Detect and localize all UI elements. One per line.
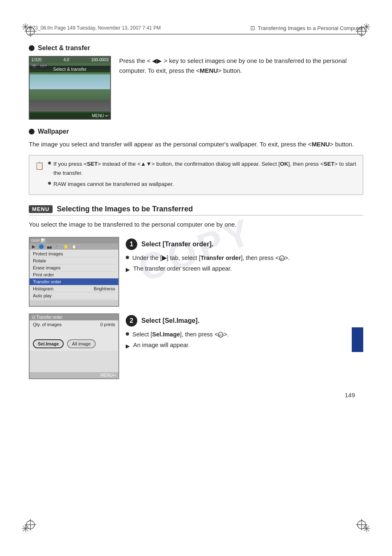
- wallpaper-title: Wallpaper: [38, 128, 69, 135]
- menu-section-header: MENU Selecting the Images to be Transfer…: [29, 205, 363, 215]
- bullet-dot-s2-1: [126, 332, 129, 336]
- crosshair-br: [356, 519, 367, 531]
- info-text-2: RAW images cannot be transferred as wall…: [53, 180, 174, 189]
- transfer-icon: ⊡: [250, 25, 255, 31]
- bullet-icon: [29, 45, 35, 51]
- menu2-arrow: ⊡: [32, 315, 35, 320]
- step-2-bullet-2: ▶ An image will appear.: [126, 341, 363, 351]
- info-bullets: If you press <SET> instead of the <▲▼> b…: [48, 160, 357, 190]
- step-1-bullet-1: Under the [▶] tab, select [Transfer orde…: [126, 253, 363, 263]
- sky: [30, 74, 110, 89]
- tab-4: 🔧: [54, 244, 61, 249]
- camera-menu-label: MENU ↩: [92, 114, 108, 118]
- crosshair-bl: [25, 519, 36, 531]
- menu-item-rotate: Rotate: [33, 257, 115, 264]
- wallpaper-desc: The image you select and transfer will a…: [29, 139, 363, 149]
- step-number-2: 2: [126, 315, 137, 327]
- menu-item-erase: Erase images: [33, 264, 115, 271]
- camera-overlay-label: Select & transfer: [30, 66, 110, 72]
- tab-6: 📋: [71, 244, 77, 249]
- tab-3: 📷: [46, 244, 53, 249]
- select-transfer-title: Select & transfer: [38, 44, 90, 52]
- header-file: H73_08.fm Page 149 Tuesday, November 13,…: [29, 25, 161, 31]
- step-1-screen: DISP 📊 ▶ 🔵 📷 🔧 ⭐ 📋 Protect images Rotate…: [29, 237, 119, 307]
- step-1-header: 1 Select [Transfer order].: [126, 239, 363, 250]
- step-2-content: 2 Select [Sel.Image]. Select [Sel.Image]…: [126, 313, 363, 352]
- step-2-row: ⊡ Transfer order Qty. of images 0 prints…: [29, 313, 363, 379]
- info-box: 📋 If you press <SET> instead of the <▲▼>…: [29, 155, 363, 195]
- camera-bottom-bar: MENU ↩: [30, 113, 110, 119]
- step-1-text-2: The transfer order screen will appear.: [133, 264, 232, 273]
- svg-text:SET: SET: [218, 334, 224, 336]
- menu-items-list: Protect images Rotate Erase images Print…: [30, 250, 118, 300]
- menu2-row: Qty. of images 0 prints: [30, 320, 118, 329]
- menu2-top: ⊡ Transfer order: [30, 314, 118, 320]
- info-text-1: If you press <SET> instead of the <▲▼> b…: [53, 160, 357, 178]
- info-bullet-2: RAW images cannot be transferred as wall…: [48, 180, 357, 189]
- bullet-icon-2: [29, 129, 35, 134]
- wallpaper-section: Wallpaper The image you select and trans…: [29, 128, 363, 149]
- menu2-buttons: Sel.Image All image: [30, 337, 118, 351]
- menu-badge: MENU: [29, 205, 53, 213]
- step-2-title: Select [Sel.Image].: [141, 317, 199, 324]
- qty-label: Qty. of images: [33, 322, 62, 327]
- histogram-value: Brightness: [94, 286, 115, 291]
- camera-file-num: 100-0003: [91, 58, 108, 62]
- select-transfer-desc: Press the < ◀▶ > key to select images on…: [119, 56, 363, 120]
- tab-2: 🔵: [38, 244, 44, 249]
- camera-ev: 4.0: [63, 58, 69, 62]
- hills: [30, 89, 110, 100]
- step-number-1: 1: [126, 239, 137, 250]
- arrow-icon-s1: ▶: [126, 266, 130, 274]
- road: [30, 100, 110, 111]
- svg-text:SET: SET: [279, 257, 285, 260]
- step-1-title: Select [Transfer order].: [141, 241, 213, 248]
- menu-item-transfer: Transfer order: [30, 278, 118, 285]
- menu-item-protect: Protect images: [33, 250, 115, 257]
- info-bullet-1: If you press <SET> instead of the <▲▼> b…: [48, 160, 357, 178]
- steps-container: DISP 📊 ▶ 🔵 📷 🔧 ⭐ 📋 Protect images Rotate…: [29, 237, 363, 379]
- step-1-bullets: Under the [▶] tab, select [Transfer orde…: [126, 253, 363, 274]
- page-header: H73_08.fm Page 149 Tuesday, November 13,…: [29, 25, 363, 35]
- tab-5: ⭐: [62, 244, 69, 249]
- menu-item-autoplay: Auto play: [33, 292, 115, 299]
- select-transfer-heading: Select & transfer: [29, 44, 363, 52]
- camera-top-bar: 1/320 4.0 100-0003: [30, 57, 110, 63]
- sel-image-btn[interactable]: Sel.Image: [33, 339, 64, 348]
- step-2-header: 2 Select [Sel.Image].: [126, 315, 363, 327]
- bullet-dot-2: [48, 182, 51, 185]
- landscape-image: [30, 74, 110, 111]
- disp-badge: DISP 📊: [31, 239, 45, 243]
- menu-screen-mockup-2: ⊡ Transfer order Qty. of images 0 prints…: [29, 313, 119, 379]
- arrow-icon-s2: ▶: [126, 342, 130, 351]
- menu-item-histogram: Histogram Brightness: [33, 285, 115, 292]
- bullet-dot-1: [48, 162, 51, 164]
- qty-value: 0 prints: [100, 322, 115, 327]
- step-2-bullets: Select [Sel.Image], then press <SET>. ▶ …: [126, 330, 363, 351]
- step-2-bullet-1: Select [Sel.Image], then press <SET>.: [126, 330, 363, 339]
- wallpaper-heading: Wallpaper: [29, 128, 363, 135]
- step-2-text-2: An image will appear.: [133, 341, 190, 350]
- step-1-row: DISP 📊 ▶ 🔵 📷 🔧 ⭐ 📋 Protect images Rotate…: [29, 237, 363, 307]
- info-icon: 📋: [35, 160, 44, 190]
- step-2-text-1: Select [Sel.Image], then press <SET>.: [132, 330, 229, 339]
- step-1-text-1: Under the [▶] tab, select [Transfer orde…: [132, 253, 290, 263]
- menu-screen-top: DISP 📊: [30, 238, 118, 243]
- menu-tabs: ▶ 🔵 📷 🔧 ⭐ 📋: [30, 243, 118, 250]
- camera-frame-count: 1/320: [31, 58, 42, 62]
- step-2-screen: ⊡ Transfer order Qty. of images 0 prints…: [29, 313, 119, 379]
- histogram-label: Histogram: [33, 286, 53, 291]
- all-image-btn[interactable]: All image: [67, 339, 95, 348]
- select-transfer-section: 1/320 4.0 100-0003 ⊡ SET Select & transf…: [29, 56, 363, 120]
- step-1-bullet-2: ▶ The transfer order screen will appear.: [126, 264, 363, 274]
- menu-item-print: Print order: [33, 271, 115, 278]
- menu2-spacer: [30, 329, 118, 337]
- menu-section-title: Selecting the Images to be Transferred: [57, 205, 193, 213]
- camera-screen: 1/320 4.0 100-0003 ⊡ SET Select & transf…: [29, 56, 111, 120]
- menu2-title: Transfer order: [37, 315, 62, 320]
- menu-section-desc: You select the image to be transferred t…: [29, 220, 363, 229]
- menu2-bottom-bar: MENU ↩: [30, 372, 118, 378]
- tab-1: ▶: [31, 244, 36, 249]
- step-1-content: 1 Select [Transfer order]. Under the [▶]…: [126, 237, 363, 276]
- page-number: 149: [29, 392, 363, 398]
